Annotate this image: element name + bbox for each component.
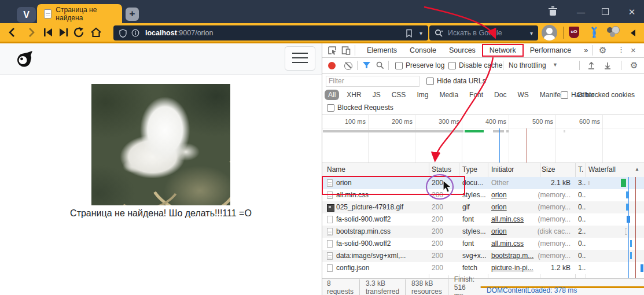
column-header-name[interactable]: Name [327,165,345,174]
panel-toggle-icon[interactable] [631,30,635,36]
timeline-tick-label: 300 ms [425,118,459,125]
vivaldi-menu-icon[interactable]: V [17,7,36,23]
filter-pill-doc[interactable]: Doc [491,90,510,100]
network-settings-gear-icon[interactable]: ⚙ [630,61,638,69]
devtools-tab-elements[interactable]: Elements [360,45,403,56]
search-field[interactable]: Искать в Google ▾ [429,25,538,40]
devtools-tab-console[interactable]: Console [403,45,443,56]
close-button[interactable]: ✕ [624,7,640,17]
settings-gear-icon[interactable]: ⚙ [599,46,606,54]
devtools-tab-performance[interactable]: Performance [524,45,578,56]
request-type: fetch [462,264,487,272]
blocked-requests-checkbox[interactable] [327,104,334,112]
filter-pill-ws[interactable]: WS [514,90,532,100]
network-request-row[interactable]: fa-solid-900.woff2200fontall.min.css(mem… [322,213,644,226]
has-blocked-cookies-checkbox[interactable] [561,91,568,99]
ublock-extension-icon[interactable]: uO [569,27,579,38]
reload-button[interactable] [73,27,86,38]
filter-funnel-icon[interactable] [363,62,370,69]
record-button[interactable] [328,62,336,69]
filter-pill-font[interactable]: Font [466,90,487,100]
column-header-t[interactable]: T. [578,165,583,174]
browser-tab[interactable]: Страница не найдена [37,4,122,23]
explosion-image [91,84,230,205]
search-engine-dropdown-icon[interactable]: ▾ [530,30,533,36]
titlebar: V Страница не найдена + — ✕ [0,0,644,23]
network-toolbar: Preserve log Disable cache No throttling… [322,57,644,74]
devtools-menu-icon[interactable]: ⋮ [617,45,625,54]
trash-icon[interactable] [550,10,556,16]
request-size: 1.2 kB [494,264,571,272]
status-item: 3.3 kB transferred [359,279,405,295]
request-type: font [462,215,487,223]
devtools-close-icon[interactable]: × [631,45,636,55]
network-request-row[interactable]: data:image/svg+xml,...200svg+x...bootstr… [322,250,644,262]
column-header-status[interactable]: Status [432,165,451,174]
status-item: 8 requests [322,279,359,295]
column-header-type[interactable]: Type [462,165,477,174]
request-name: data:image/svg+xml,... [336,252,426,260]
inspect-element-icon[interactable] [327,46,337,55]
request-name: fa-solid-900.woff2 [336,215,426,223]
network-request-row[interactable]: config.json200fetchpicture-in-pi...1.2 k… [322,262,644,274]
timeline-tick-label: 400 ms [472,118,506,125]
export-har-icon[interactable] [603,61,612,69]
maximize-button[interactable] [602,8,609,15]
sort-indicator-icon[interactable]: ▲ [635,167,639,172]
search-network-icon[interactable] [376,61,384,69]
filter-pill-css[interactable]: CSS [388,90,410,100]
profile-avatar[interactable] [542,25,557,40]
column-header-initiator[interactable]: Initiator [491,165,514,174]
forward-button[interactable] [24,27,37,38]
status-item: Finish: 516 ms [448,275,480,295]
bookmark-dropdown-icon[interactable]: ▾ [419,30,422,36]
info-icon[interactable] [131,29,139,37]
waterfall-bar [630,252,632,259]
request-size: (disk cac... [494,227,571,235]
site-logo-comet-icon[interactable] [15,50,34,68]
minimize-button[interactable]: — [573,7,589,17]
waterfall-bar [641,264,643,272]
column-header-waterfall[interactable]: Waterfall [588,165,616,174]
filter-pill-media[interactable]: Media [436,90,462,100]
disable-cache-checkbox[interactable] [448,62,456,69]
filter-pill-js[interactable]: JS [369,90,384,100]
column-header-size[interactable]: Size [542,165,555,174]
request-name: fa-solid-900.woff2 [336,239,426,248]
overview-activity-bar [564,130,565,132]
preserve-log-checkbox[interactable] [395,62,403,69]
menu-button[interactable] [285,46,315,71]
throttling-dropdown-icon[interactable]: ▼ [553,62,558,68]
devtools-tab-sources[interactable]: Sources [443,45,482,56]
shield-icon[interactable] [119,29,127,38]
hide-data-urls-checkbox[interactable] [426,78,434,85]
network-request-row[interactable]: 025_picture-47918.gif200giforion(memory.… [322,201,644,213]
fast-forward-button[interactable] [57,27,70,38]
devtools-tab-network[interactable]: Network [482,44,524,57]
request-type: styles... [462,227,487,235]
ribbon-extension-icon[interactable] [589,26,599,39]
rewind-button[interactable] [42,27,54,38]
request-time: 0.. [578,203,586,211]
new-tab-button[interactable]: + [126,8,139,21]
import-har-icon[interactable] [587,61,595,69]
bookmark-icon[interactable] [406,29,413,38]
request-type: docu... [462,179,487,187]
address-bar[interactable]: localhost :9007/orion ▾ [113,25,428,40]
filter-input[interactable]: Filter [326,76,419,87]
request-size: (memory... [494,252,571,260]
throttling-select[interactable]: No throttling [509,61,546,69]
filter-pill-xhr[interactable]: XHR [343,90,365,100]
device-toolbar-icon[interactable] [341,46,351,55]
filter-pill-img[interactable]: Img [413,90,432,100]
request-type: gif [462,203,487,211]
devtools-status-bar: 8 requests3.3 kB transferred838 kB resou… [322,278,644,295]
back-button[interactable] [6,27,19,38]
network-request-row[interactable]: bootstrap.min.css200styles...orion(disk … [322,226,644,238]
timeline-overview[interactable]: 100 ms200 ms300 ms400 ms500 ms600 ms [322,115,644,163]
filter-pill-all[interactable]: All [325,90,339,100]
network-request-row[interactable]: fa-solid-900.woff2200fontall.min.css(mem… [322,238,644,250]
blocked-requests-label: Blocked Requests [337,104,393,112]
home-button[interactable] [90,27,102,38]
request-status: 200 [432,203,457,211]
